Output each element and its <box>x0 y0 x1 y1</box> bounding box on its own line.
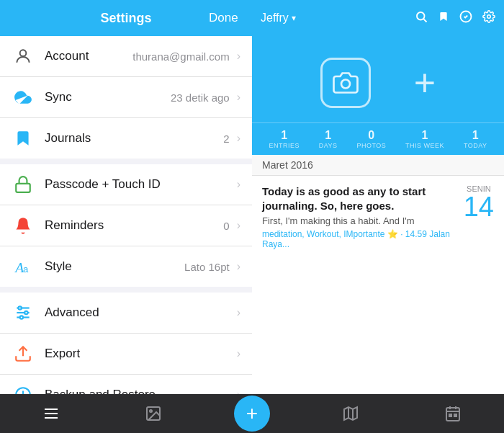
camera-icon[interactable] <box>320 58 371 108</box>
header: Settings Done Jeffry ▾ <box>0 0 504 36</box>
settings-group-2: Passcode + Touch ID › Reminders 0 › <box>0 164 252 287</box>
svg-rect-30 <box>454 414 456 416</box>
days-label: DAYS <box>319 142 338 149</box>
svg-marker-22 <box>344 407 357 420</box>
passcode-label: Passcode + Touch ID <box>45 177 161 191</box>
journal-content: Maret 2016 Today is as good as any to st… <box>252 155 504 394</box>
style-chevron: › <box>237 260 240 273</box>
main-content: Account thurana@gmail.com › Sync 23 deti… <box>0 36 504 394</box>
account-value: thurana@gmail.com <box>132 50 229 63</box>
nav-gallery[interactable] <box>132 398 175 429</box>
entry-title: Today is as good as any to start journal… <box>262 184 455 213</box>
passcode-chevron: › <box>237 178 240 191</box>
svg-point-0 <box>417 12 425 20</box>
settings-panel: Account thurana@gmail.com › Sync 23 deti… <box>0 36 252 394</box>
header-icons <box>415 10 495 27</box>
stat-photos: 0 PHOTOS <box>356 129 386 149</box>
settings-item-passcode[interactable]: Passcode + Touch ID › <box>0 164 252 205</box>
journals-chevron: › <box>237 132 240 145</box>
today-count: 1 <box>472 129 479 142</box>
today-label: TODAY <box>464 142 487 149</box>
svg-point-16 <box>341 80 350 89</box>
svg-text:a: a <box>23 264 29 274</box>
backup-label: Backup and Restore <box>45 388 156 394</box>
bookmark-icon[interactable] <box>438 10 449 27</box>
style-label: Style <box>45 259 72 273</box>
advanced-label: Advanced <box>45 305 99 319</box>
svg-rect-29 <box>449 414 451 416</box>
settings-item-account[interactable]: Account thurana@gmail.com › <box>0 36 252 77</box>
thisweek-count: 1 <box>422 129 428 142</box>
export-icon <box>12 342 35 365</box>
settings-group-3: Advanced › Export › <box>0 293 252 394</box>
svg-point-3 <box>487 14 491 18</box>
svg-point-21 <box>150 410 152 412</box>
backup-chevron: › <box>237 388 240 394</box>
reminders-value: 0 <box>223 220 229 232</box>
stat-thisweek: 1 THIS WEEK <box>405 129 444 149</box>
account-label: Account <box>45 49 89 63</box>
user-menu[interactable]: Jeffry ▾ <box>261 12 296 24</box>
search-icon[interactable] <box>415 10 428 27</box>
svg-line-1 <box>423 19 426 22</box>
svg-point-4 <box>20 50 27 56</box>
settings-title: Settings <box>100 11 151 26</box>
photos-label: PHOTOS <box>356 142 386 149</box>
user-name: Jeffry <box>261 12 289 24</box>
stat-days: 1 DAYS <box>319 129 338 149</box>
media-area: + <box>252 36 504 122</box>
clock-icon <box>12 383 35 394</box>
photos-count: 0 <box>368 129 374 142</box>
svg-point-13 <box>20 316 23 318</box>
svg-point-11 <box>19 306 22 309</box>
add-media-button[interactable]: + <box>414 64 436 102</box>
thisweek-label: THIS WEEK <box>405 142 444 149</box>
entries-label: ENTRIES <box>269 142 300 149</box>
svg-rect-5 <box>16 184 30 192</box>
checkmark-circle-icon[interactable] <box>459 10 472 27</box>
reminders-label: Reminders <box>45 218 104 232</box>
stat-entries: 1 ENTRIES <box>269 129 300 149</box>
header-left: Settings Done <box>0 11 252 26</box>
nav-add-button[interactable]: + <box>234 396 270 432</box>
reminders-chevron: › <box>237 219 240 232</box>
entries-count: 1 <box>281 129 287 142</box>
settings-item-journals[interactable]: Journals 2 › <box>0 118 252 159</box>
done-button[interactable]: Done <box>209 11 238 25</box>
settings-group-1: Account thurana@gmail.com › Sync 23 deti… <box>0 36 252 159</box>
person-icon <box>12 45 35 68</box>
style-value: Lato 16pt <box>184 261 230 273</box>
nav-calendar[interactable] <box>431 398 474 429</box>
svg-point-12 <box>24 311 27 314</box>
journal-date-header: Maret 2016 <box>252 155 504 176</box>
cloud-icon <box>12 86 35 109</box>
sync-value: 23 detik ago <box>171 91 230 104</box>
svg-rect-25 <box>446 408 459 421</box>
sliders-icon <box>12 301 35 324</box>
nav-map[interactable] <box>329 398 372 429</box>
days-count: 1 <box>325 129 331 142</box>
journals-value: 2 <box>223 133 229 145</box>
settings-item-sync[interactable]: Sync 23 detik ago › <box>0 77 252 118</box>
settings-item-export[interactable]: Export › <box>0 334 252 375</box>
gear-icon[interactable] <box>482 10 495 27</box>
lock-icon <box>12 173 35 196</box>
nav-list[interactable] <box>30 398 73 429</box>
export-chevron: › <box>237 347 240 360</box>
stats-bar: 1 ENTRIES 1 DAYS 0 PHOTOS 1 THIS WEEK 1 … <box>252 122 504 155</box>
settings-item-style[interactable]: Aa Style Lato 16pt › <box>0 246 252 287</box>
journal-entry[interactable]: Today is as good as any to start journal… <box>252 176 504 258</box>
entry-date: SENIN 14 <box>464 184 494 220</box>
export-label: Export <box>45 347 80 360</box>
header-right: Jeffry ▾ <box>252 10 504 27</box>
settings-item-reminders[interactable]: Reminders 0 › <box>0 205 252 246</box>
settings-item-advanced[interactable]: Advanced › <box>0 293 252 334</box>
right-panel: + 1 ENTRIES 1 DAYS 0 PHOTOS 1 THIS WEEK … <box>252 36 504 394</box>
entry-preview: First, I'm making this a habit. And I'm <box>262 215 455 226</box>
settings-item-backup[interactable]: Backup and Restore › <box>0 375 252 394</box>
sync-chevron: › <box>237 91 240 104</box>
sync-label: Sync <box>45 90 72 104</box>
journals-label: Journals <box>45 131 91 145</box>
journals-icon <box>12 127 35 150</box>
account-chevron: › <box>237 50 240 63</box>
